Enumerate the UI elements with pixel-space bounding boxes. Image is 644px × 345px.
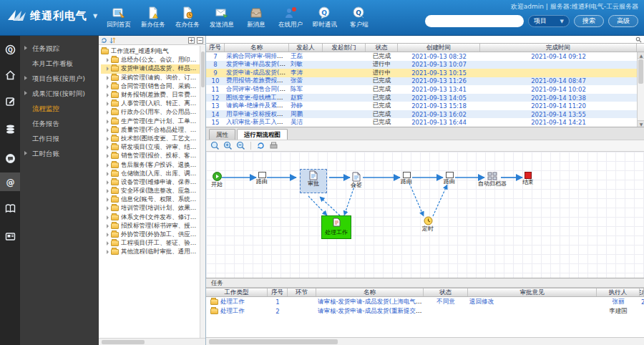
header-tool-client[interactable]: Q客户端	[342, 6, 376, 29]
workflow-diagram-canvas[interactable]: 开始路由审批会签路由路由自动归档器结束处理工作定时	[206, 152, 644, 278]
table-cell-link[interactable]: 2021-09-14 10:02	[531, 86, 586, 93]
task-cell-link[interactable]: 张丽	[613, 298, 625, 305]
table-cell-link[interactable]: 2021-09-14 08:47	[531, 77, 586, 84]
task-cell-link[interactable]: 请审核-发货申请-成品发货(重新提交)...	[318, 307, 424, 314]
task-cell-link[interactable]: 1	[275, 298, 279, 306]
sidebar-item[interactable]: 流程监控	[20, 101, 99, 116]
table-cell-link[interactable]: 费用报销-差旅费报销单(九月)	[226, 77, 289, 84]
task-type-link[interactable]: 处理工作	[220, 307, 245, 316]
search-category-select[interactable]: 项目 ▼	[528, 15, 570, 27]
table-row[interactable]: 15入职审批-新员工入职(装配车间)吴洁已完成2021-09-13 16:442…	[206, 118, 637, 127]
table-cell-link[interactable]: 李涛	[291, 69, 303, 76]
header-tool-pending-task[interactable]: 在办任务	[170, 6, 205, 29]
tree-item[interactable]: 技术部(图纸变更、工艺文件审批)	[101, 135, 200, 143]
table-cell-link[interactable]: 孙静	[291, 102, 303, 109]
tree-item[interactable]: 生产管理(生产计划、工单变更)	[101, 117, 200, 126]
task-cell-link[interactable]: 请审核-发货申请-成品发货(上海电气)...	[318, 298, 424, 305]
table-cell-link[interactable]: 2021-09-13 15:18	[411, 102, 467, 110]
tree-item[interactable]: 销售管理(报价、投标、客户管理)	[101, 152, 200, 160]
flow-node-route1[interactable]: 路由	[244, 172, 280, 185]
main-horizontal-scrollbar[interactable]	[206, 337, 644, 345]
table-cell-link[interactable]: 请购单-绝缘件及紧固件采购	[226, 102, 289, 109]
tree-item[interactable]: 合同管理(销售合同、采购合同评审)	[101, 82, 200, 91]
tab-runtime-diagram[interactable]: 运行期流程图	[237, 129, 288, 140]
task-row[interactable]: 处理工作2请审核-发货申请-成品发货(重新提交)...李建国	[206, 306, 644, 316]
tree-horizontal-scrollbar[interactable]	[99, 338, 205, 345]
header-tool-instant-chat[interactable]: Q即时通讯	[308, 6, 342, 29]
header-tool-new-message[interactable]: 新消息	[239, 6, 273, 29]
tree-sort-icon[interactable]	[109, 37, 116, 44]
table-cell-link[interactable]: 2021-09-14 10:38	[531, 94, 586, 102]
flow-node-start[interactable]: 开始	[206, 172, 235, 188]
tree-item[interactable]: 体系文件(文件发布、修订审批)	[101, 213, 200, 222]
table-cell-link[interactable]: 刘敏	[291, 60, 303, 67]
sidebar-item[interactable]: 任务跟踪	[20, 41, 99, 56]
flow-node-work[interactable]: 处理工作	[321, 215, 351, 239]
task-cell-link[interactable]: 2	[275, 308, 279, 315]
tree-item[interactable]: 财务报销(差旅费、日常费用报销)	[101, 91, 200, 99]
sidebar-item[interactable]: 本月工作看板	[20, 56, 99, 71]
sidebar-item[interactable]: 成果汇报(按时间)	[20, 86, 99, 101]
table-cell-link[interactable]: 2021-09-13 10:07	[411, 61, 467, 68]
sidebar-item[interactable]: 项目台账(按用户)	[20, 71, 99, 86]
flow-node-end[interactable]: 结束	[510, 172, 546, 186]
rail-q-logo[interactable]: Q	[0, 40, 20, 59]
table-cell-link[interactable]: 2021-09-13 16:44	[411, 119, 467, 126]
rail-home[interactable]	[0, 65, 20, 84]
tree-vertical-scrollbar[interactable]	[200, 46, 205, 338]
table-row[interactable]: 12图纸变更-母线槽工艺文件修订赵辉已完成2021-09-13 14:05202…	[206, 94, 637, 102]
tree-item[interactable]: 仓储物流(入库、出库、调拨单)	[101, 170, 200, 178]
table-cell-link[interactable]: 采购合同评审-铜排材料采购(华星)	[226, 52, 289, 59]
task-type-link[interactable]: 处理工作	[220, 298, 245, 306]
tree-item[interactable]: 售后服务(客户投诉、退换货处理)	[101, 160, 200, 169]
chevron-down-icon[interactable]: ▼	[93, 13, 97, 19]
search-input[interactable]	[425, 15, 524, 27]
tree-item[interactable]: 人事管理(入职、转正、离职、调岗)	[101, 99, 200, 108]
table-row[interactable]: 13请购单-绝缘件及紧固件采购孙静已完成2021-09-13 15:182021…	[206, 102, 637, 110]
scroll-thumb[interactable]	[638, 59, 643, 84]
print-icon[interactable]	[269, 141, 278, 150]
tree-item[interactable]: 设备管理(维修申请、保养计划)	[101, 178, 200, 187]
table-cell-link[interactable]: 张蕾	[291, 77, 303, 84]
table-cell-link[interactable]: 用章申请-投标授权书盖章	[226, 110, 289, 117]
flow-node-timer[interactable]: 定时	[410, 216, 446, 233]
table-cell-link[interactable]: 发货申请-成品发货(上海电气)	[226, 69, 289, 76]
table-cell-link[interactable]: 2021-09-14 09:12	[531, 53, 586, 60]
tree-item[interactable]: 研发项目(立项、评审、结题管理)	[101, 143, 200, 152]
rail-id-card[interactable]	[0, 227, 20, 246]
task-cell-link[interactable]: 退回修改	[469, 298, 494, 305]
table-row[interactable]: 8发货申请-样品发货(北京国网)刘敏进行中2021-09-13 10:07	[206, 61, 637, 69]
table-cell-link[interactable]: 王磊	[291, 52, 303, 59]
flow-node-route3[interactable]: 路由	[431, 172, 467, 185]
tree-refresh-icon[interactable]	[101, 37, 107, 44]
table-cell-link[interactable]: 图纸变更-母线槽工艺文件修订	[226, 94, 289, 101]
table-cell-link[interactable]: 入职审批-新员工入职(装配车间)	[226, 118, 289, 125]
tree-item[interactable]: 质量管理(不合格品处理、纠正措施)	[101, 126, 200, 135]
table-cell-link[interactable]: 2021-09-13 14:05	[411, 94, 467, 102]
tab-property[interactable]: 属性	[209, 129, 235, 140]
table-vertical-scrollbar[interactable]: ▲ ▼	[637, 52, 644, 127]
rail-book[interactable]	[0, 199, 20, 218]
tree-item[interactable]: 采购管理(请购、询价、订单审批)	[101, 74, 200, 82]
flow-node-route2[interactable]: 路由	[389, 172, 424, 185]
scroll-up-icon[interactable]: ▲	[638, 52, 644, 59]
task-cell-link[interactable]: 不同意	[436, 298, 455, 305]
flow-node-sign[interactable]: 会签	[338, 172, 374, 189]
flow-node-archiver[interactable]: 自动归档器	[474, 172, 510, 188]
task-row[interactable]: 处理工作1请审核-发货申请-成品发货(上海电气)...不同意退回修改张丽2021…	[206, 297, 644, 306]
rail-at[interactable]: @	[0, 172, 20, 191]
table-row[interactable]: 7采购合同评审-铜排材料采购(华星)王磊已完成2021-09-13 08:322…	[206, 52, 637, 61]
search-button[interactable]: 搜索	[574, 15, 604, 27]
table-row[interactable]: 14用章申请-投标授权书盖章周鹏已完成2021-09-13 16:022021-…	[206, 110, 637, 119]
table-row[interactable]: 10费用报销-差旅费报销单(九月)张蕾已完成2021-09-13 11:2620…	[206, 77, 637, 86]
flow-node-approve[interactable]: 审批	[301, 170, 326, 188]
table-cell-link[interactable]: 2021-09-14 11:20	[531, 102, 586, 110]
scroll-down-icon[interactable]: ▼	[638, 120, 644, 127]
header-tool-home-page[interactable]: 回到首页	[102, 6, 136, 29]
rail-database[interactable]	[0, 120, 20, 138]
table-cell-link[interactable]: 赵辉	[291, 94, 303, 101]
table-cell-link[interactable]: 合同评审-销售合同(许继电气)	[226, 85, 289, 92]
table-cell-link[interactable]: 吴洁	[291, 118, 303, 125]
tree-root-node[interactable]: 工作流程_维通利电气	[101, 47, 200, 56]
brand-logo[interactable]: 维通利电气 ▼	[7, 9, 97, 23]
